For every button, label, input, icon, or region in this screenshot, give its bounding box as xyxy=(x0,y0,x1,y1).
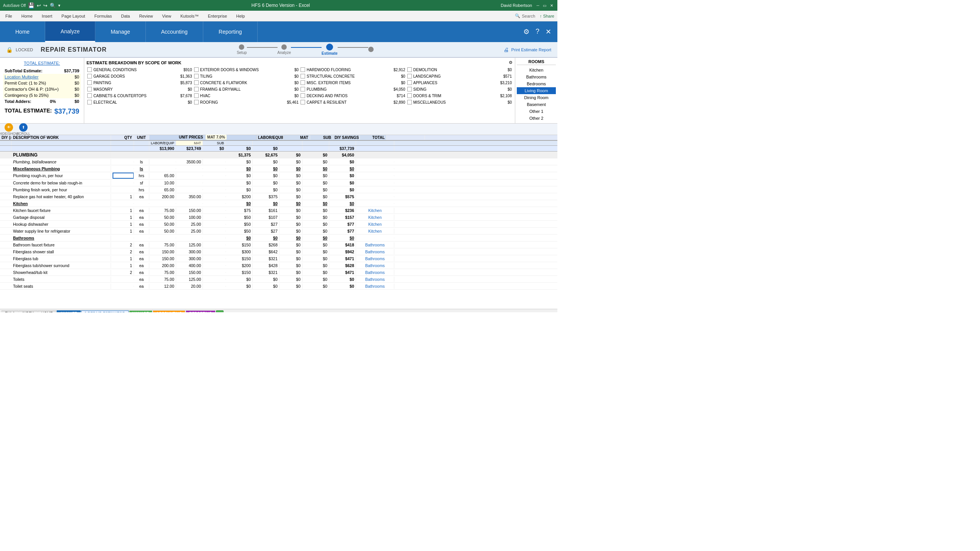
room-other1[interactable]: Other 1 xyxy=(517,108,556,115)
col-header-diy: DIY (x) xyxy=(0,135,11,140)
print-button[interactable]: 🖨 Print Estimate Report xyxy=(503,47,551,53)
ribbon-search[interactable]: 🔍 Search xyxy=(515,13,535,18)
room-other2[interactable]: Other 2 xyxy=(517,115,556,122)
chk-tiling[interactable] xyxy=(194,74,199,78)
chk-misc-ext[interactable] xyxy=(301,80,305,85)
close-nav-icon[interactable]: ✕ xyxy=(546,28,551,36)
row-misc-plumbing[interactable]: Miscellaneous Plumbing ls $0 $0 $0 $0 $0 xyxy=(0,165,557,172)
more-icon[interactable]: ▾ xyxy=(58,3,60,8)
row-bathrooms-sub[interactable]: Bathrooms $0 $0 $0 $0 $0 xyxy=(0,235,557,241)
chk-hvac[interactable] xyxy=(194,93,199,98)
menu-enterprise[interactable]: Enterprise xyxy=(206,12,229,20)
chk-electrical[interactable] xyxy=(87,100,92,104)
nav-tab-accounting[interactable]: Accounting xyxy=(146,21,203,42)
share-button[interactable]: ↑ Share xyxy=(540,14,554,18)
menu-view[interactable]: View xyxy=(160,12,174,20)
total-estimate-title: TOTAL ESTIMATE: xyxy=(3,61,81,65)
search-icon[interactable]: 🔍 xyxy=(50,3,56,8)
room-living-room[interactable]: Living Room xyxy=(517,87,556,94)
chk-misc[interactable] xyxy=(407,100,412,104)
tab-add-button[interactable]: + xyxy=(216,310,224,313)
location-multiplier-link[interactable]: Location Multiplier xyxy=(5,75,39,79)
menu-file[interactable]: File xyxy=(3,12,15,20)
close-button[interactable]: ✕ xyxy=(549,3,554,8)
restore-button[interactable]: ▭ xyxy=(542,3,547,8)
menu-help[interactable]: Help xyxy=(234,12,247,20)
chk-land[interactable] xyxy=(407,74,412,78)
lock-icon: 🔒 xyxy=(6,47,13,53)
tab-reporting[interactable]: REPORTING xyxy=(186,310,215,313)
tab-eula[interactable]: EULA xyxy=(2,310,18,313)
chk-concrete[interactable] xyxy=(194,80,199,85)
chk-hardwood[interactable] xyxy=(301,67,305,72)
row-garbage-disposal: Garbage disposal 1 ea 50.00 100.00 $50 $… xyxy=(0,214,557,221)
tab-accounting[interactable]: ACCOUNTING xyxy=(153,310,185,313)
breakdown-gear-icon[interactable]: ⚙ xyxy=(509,60,513,65)
row-kitchen-sub[interactable]: Kitchen $0 $0 $0 $0 $0 xyxy=(0,200,557,207)
menu-review[interactable]: Review xyxy=(137,12,155,20)
step-end-circle xyxy=(368,47,374,52)
chk-doors[interactable] xyxy=(407,93,412,98)
chk-plumbing[interactable] xyxy=(301,87,305,91)
progress-line-1 xyxy=(247,47,278,48)
redo-icon[interactable]: ↪ xyxy=(43,3,47,8)
nav-tab-home[interactable]: Home xyxy=(0,21,45,42)
chk-demo[interactable] xyxy=(407,67,412,72)
menu-page-layout[interactable]: Page Layout xyxy=(59,12,88,20)
tab-repair-estimator[interactable]: 2 REPAIR ESTIMATOR xyxy=(81,310,129,313)
menu-insert[interactable]: Insert xyxy=(39,12,55,20)
data-table: PLUMBING $1,375 $2,675 $0 $0 $4,050 Plum… xyxy=(0,152,557,309)
minimize-button[interactable]: ─ xyxy=(535,3,541,8)
grand-total-amount: $37,739 xyxy=(54,108,79,116)
app-title: HFS 6 Demo Version - Excel xyxy=(252,3,310,8)
chk-carpet[interactable] xyxy=(301,100,305,104)
breakdown-land: LANDSCAPING$571 xyxy=(407,73,513,79)
tab-analyze[interactable]: ANALYZE xyxy=(57,310,81,313)
chk-garage[interactable] xyxy=(87,74,92,78)
plumbing-rough-qty-input[interactable] xyxy=(113,173,134,179)
breakdown-struct: STRUCTURAL CONCRETE$0 xyxy=(300,73,406,79)
settings-icon[interactable]: ⚙ xyxy=(523,28,529,36)
column-headers: DIY (x) DESCRIPTION OF WORK QTY UNIT UNI… xyxy=(0,135,557,141)
save-icon[interactable]: 💾 xyxy=(28,2,34,8)
estimator-title: REPAIR ESTIMATOR xyxy=(41,46,106,53)
room-bedrooms[interactable]: Bedrooms xyxy=(517,80,556,87)
menu-data[interactable]: Data xyxy=(119,12,132,20)
sub-col-labor: LABOR/EQUIP xyxy=(149,141,176,145)
chk-framing[interactable] xyxy=(194,87,199,91)
tab-home[interactable]: HOME xyxy=(38,310,56,313)
tab-manage[interactable]: MANAGE xyxy=(129,310,152,313)
menu-formulas[interactable]: Formulas xyxy=(92,12,114,20)
row-plumbing-rough: Plumbing rough-in, per hour hrs 65.00 $0… xyxy=(0,172,557,179)
chk-siding[interactable] xyxy=(407,87,412,91)
room-dining-room[interactable]: Dining Room xyxy=(517,94,556,101)
menu-kutools[interactable]: Kutools™ xyxy=(178,12,201,20)
chk-painting[interactable] xyxy=(87,80,92,85)
room-basement[interactable]: Basement xyxy=(517,101,556,108)
undo-icon[interactable]: ↩ xyxy=(37,3,41,8)
room-kitchen[interactable]: Kitchen xyxy=(517,67,556,73)
nav-tab-manage[interactable]: Manage xyxy=(95,21,146,42)
breakdown-appliances: APPLIANCES$3,210 xyxy=(407,80,513,86)
chk-cabinets[interactable] xyxy=(87,93,92,98)
breakdown-electrical: ELECTRICAL$0 xyxy=(87,99,193,105)
menu-home[interactable]: Home xyxy=(19,12,35,20)
nav-tab-analyze[interactable]: Analyze xyxy=(45,21,95,42)
search-icon-ribbon: 🔍 xyxy=(515,13,520,18)
room-bathrooms[interactable]: Bathrooms xyxy=(517,73,556,80)
step-analyze-label: Analyze xyxy=(278,51,291,55)
help-icon[interactable]: ? xyxy=(536,28,539,36)
scroll-button[interactable]: ⬆ SCROLL xyxy=(18,123,29,135)
chk-decking[interactable] xyxy=(301,93,305,98)
chk-ext-doors[interactable] xyxy=(194,67,199,72)
tab-index[interactable]: INDEX xyxy=(19,310,38,313)
nav-tab-reporting[interactable]: Reporting xyxy=(203,21,258,42)
hide-show-button[interactable]: 👁 HIDE/SHOW xyxy=(3,123,15,135)
chk-struct[interactable] xyxy=(301,74,305,78)
print-label: Print Estimate Report xyxy=(511,47,551,52)
chk-masonry[interactable] xyxy=(87,87,92,91)
chk-roofing[interactable] xyxy=(194,100,199,104)
chk-general[interactable] xyxy=(87,67,92,72)
chk-appliances[interactable] xyxy=(407,80,412,85)
permit-cost-row: Permit Cost: (1 to 2%) $0 xyxy=(3,80,81,86)
